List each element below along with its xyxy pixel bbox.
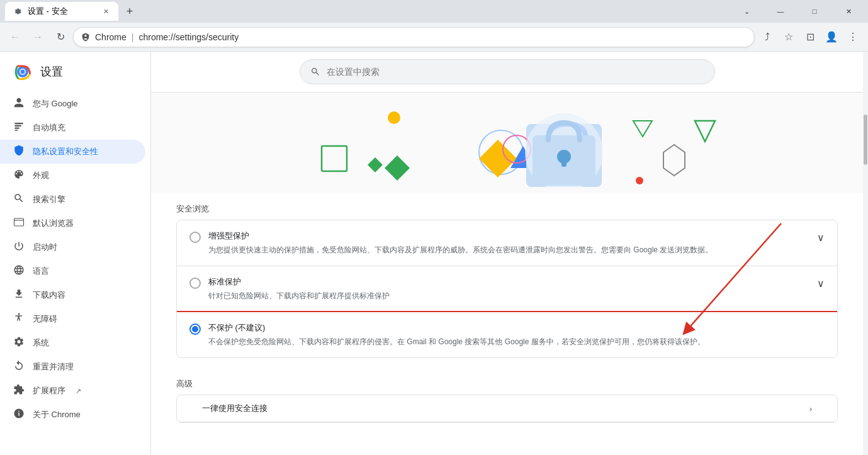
sidebar-item-reset[interactable]: 重置并清理 [0, 355, 145, 379]
maximize-button[interactable]: □ [800, 0, 829, 23]
standard-radio-title: 标准保护 [208, 276, 809, 288]
navbar-actions: ⤴ ☆ ⊡ 👤 ⋮ [757, 27, 863, 47]
standard-radio-button[interactable] [189, 278, 201, 289]
bookmark-button[interactable]: ☆ [779, 27, 799, 47]
menu-button[interactable]: ⋮ [843, 27, 863, 47]
sidebar-item-startup-label: 启动时 [33, 242, 57, 253]
no-protection-radio-title: 不保护 (不建议) [208, 322, 825, 334]
settings-search-input[interactable] [327, 67, 704, 77]
sidebar-item-system[interactable]: 系统 [0, 331, 145, 355]
sidebar-item-search-label: 搜索引擎 [33, 194, 65, 205]
forward-button[interactable]: → [28, 27, 48, 47]
sidebar-item-autofill[interactable]: 自动填充 [0, 116, 145, 140]
navbar: ← → ↻ Chrome | chrome://settings/securit… [0, 23, 868, 52]
standard-radio-content: 标准保护 针对已知危险网站、下载内容和扩展程序提供标准保护 [208, 276, 809, 301]
sidebar-item-privacy[interactable]: 隐私设置和安全性 [0, 140, 145, 164]
sidebar: 设置 您与 Google 自动填充 隐私设置和安全性 [0, 52, 151, 455]
sidebar-item-accessibility-label: 无障碍 [33, 313, 57, 325]
enhanced-protection-option[interactable]: 增强型保护 为您提供更快速主动的保护措施，免受危险网站、下载内容及扩展程序的威胁… [177, 220, 837, 266]
minimize-button[interactable]: — [766, 0, 795, 23]
sidebar-item-about-label: 关于 Chrome [33, 409, 81, 420]
hero-illustration [151, 93, 863, 193]
titlebar: 设置 - 安全 ✕ + ⌄ — □ ✕ [0, 0, 868, 23]
svg-marker-22 [663, 145, 685, 176]
sidebar-item-extensions[interactable]: 扩展程序 ↗ [0, 379, 145, 403]
share-button[interactable]: ⤴ [757, 27, 777, 47]
section-title-advanced: 高级 [176, 378, 838, 390]
sidebar-item-downloads-label: 下载内容 [33, 289, 65, 301]
settings-icon [13, 336, 25, 350]
svg-rect-4 [14, 125, 21, 126]
sidebar-item-appearance-label: 外观 [33, 170, 49, 181]
power-icon [13, 240, 25, 254]
sidebar-item-downloads[interactable]: 下载内容 [0, 283, 145, 307]
sidebar-item-browser[interactable]: 默认浏览器 [0, 211, 145, 235]
sidebar-header: 设置 [0, 52, 150, 92]
safe-browsing-section: 安全浏览 增强型保护 为您提供更快速主动的保护措施，免受危险网站、下载内容及扩展… [151, 193, 863, 368]
language-icon [13, 264, 25, 278]
active-tab[interactable]: 设置 - 安全 ✕ [5, 2, 118, 21]
settings-search-bar [151, 52, 863, 93]
svg-marker-10 [385, 155, 410, 181]
omnibox[interactable]: Chrome | chrome://settings/security [73, 27, 755, 47]
splitscreen-button[interactable]: ⊡ [800, 27, 820, 47]
standard-radio-desc: 针对已知危险网站、下载内容和扩展程序提供标准保护 [208, 290, 809, 301]
enhanced-expand-button[interactable]: ∨ [817, 232, 825, 244]
enhanced-radio-content: 增强型保护 为您提供更快速主动的保护措施，免受危险网站、下载内容及扩展程序的威胁… [208, 230, 809, 256]
sidebar-item-startup[interactable]: 启动时 [0, 235, 145, 259]
sidebar-item-extensions-label: 扩展程序 [33, 385, 65, 396]
svg-point-21 [636, 177, 643, 184]
sidebar-item-appearance[interactable]: 外观 [0, 164, 145, 188]
content-area: 安全浏览 增强型保护 为您提供更快速主动的保护措施，免受危险网站、下载内容及扩展… [151, 52, 863, 455]
omnibox-url: chrome://settings/security [138, 32, 239, 42]
security-icon [81, 33, 90, 42]
svg-rect-18 [322, 146, 347, 171]
sidebar-item-accessibility[interactable]: 无障碍 [0, 307, 145, 331]
new-tab-button[interactable]: + [121, 3, 138, 20]
window-controls: ⌄ — □ ✕ [732, 0, 863, 23]
sidebar-item-browser-label: 默认浏览器 [33, 218, 74, 229]
search-icon [13, 193, 25, 206]
svg-marker-23 [695, 121, 715, 142]
sidebar-item-search[interactable]: 搜索引擎 [0, 188, 145, 211]
enhanced-radio-button[interactable] [189, 232, 201, 243]
close-button[interactable]: ✕ [834, 0, 863, 23]
chrome-logo [13, 62, 33, 82]
sidebar-item-system-label: 系统 [33, 337, 49, 349]
reset-icon [13, 360, 25, 374]
sidebar-item-autofill-label: 自动填充 [33, 122, 65, 133]
sidebar-wrapper: 设置 您与 Google 自动填充 隐私设置和安全性 [0, 52, 151, 455]
sidebar-item-about[interactable]: 关于 Chrome [0, 403, 145, 427]
advanced-section: 高级 一律使用安全连接 › [151, 368, 863, 433]
profile-button[interactable]: 👤 [821, 27, 842, 47]
advanced-item-secure-arrow: › [809, 404, 812, 413]
advanced-item-secure[interactable]: 一律使用安全连接 › [177, 395, 837, 422]
omnibox-separator: | [132, 32, 134, 42]
right-scrollbar[interactable] [863, 52, 868, 455]
palette-icon [13, 169, 25, 183]
refresh-button[interactable]: ↻ [50, 27, 70, 47]
standard-protection-option[interactable]: 标准保护 针对已知危险网站、下载内容和扩展程序提供标准保护 ∨ [177, 266, 837, 312]
sidebar-item-google[interactable]: 您与 Google [0, 92, 145, 116]
back-button[interactable]: ← [5, 27, 25, 47]
tab-close-button[interactable]: ✕ [101, 6, 111, 16]
enhanced-radio-desc: 为您提供更快速主动的保护措施，免受危险网站、下载内容及扩展程序的威胁。系统会在密… [208, 244, 809, 256]
safe-browsing-card: 增强型保护 为您提供更快速主动的保护措施，免受危险网站、下载内容及扩展程序的威胁… [176, 220, 838, 358]
no-protection-option[interactable]: 不保护 (不建议) 不会保护您免受危险网站、下载内容和扩展程序的侵害。在 Gma… [177, 312, 837, 357]
titlebar-left: 设置 - 安全 ✕ + [5, 2, 138, 21]
settings-search-box[interactable] [300, 59, 715, 84]
sidebar-item-reset-label: 重置并清理 [33, 361, 74, 373]
svg-rect-5 [14, 128, 20, 129]
shield-icon [13, 145, 25, 159]
extension-icon [13, 384, 25, 398]
sidebar-item-language[interactable]: 语言 [0, 259, 145, 283]
accessibility-icon [13, 312, 25, 326]
svg-rect-3 [14, 123, 23, 124]
security-illustration [287, 105, 728, 187]
chevron-button[interactable]: ⌄ [732, 0, 761, 23]
omnibox-brand: Chrome [95, 32, 127, 42]
no-protection-radio-button[interactable] [189, 323, 201, 335]
enhanced-radio-title: 增强型保护 [208, 230, 809, 242]
standard-expand-button[interactable]: ∨ [817, 278, 825, 289]
advanced-item-secure-label: 一律使用安全连接 [202, 403, 268, 414]
